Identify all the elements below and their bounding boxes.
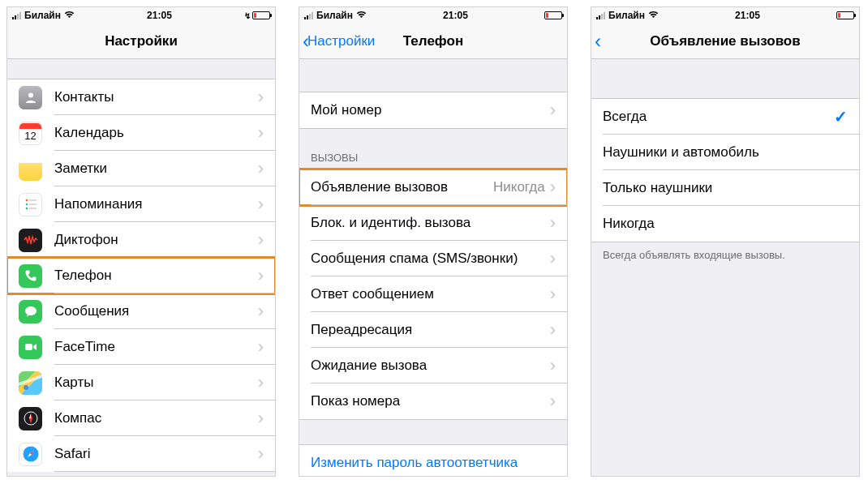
wifi-icon xyxy=(648,11,659,20)
carrier-label: Билайн xyxy=(316,10,353,21)
row-spam-sms[interactable]: Сообщения спама (SMS/звонки) › xyxy=(299,241,567,276)
charging-icon: ↯ xyxy=(244,11,251,20)
safari-icon xyxy=(19,443,42,466)
svg-point-0 xyxy=(28,93,33,98)
settings-row-label: FaceTime xyxy=(54,339,258,355)
row-label: Изменить пароль автоответчика xyxy=(311,455,556,471)
chevron-right-icon: › xyxy=(550,250,556,268)
chevron-right-icon: › xyxy=(258,302,264,320)
settings-row-calendar[interactable]: 12 Календарь › xyxy=(7,115,275,151)
status-bar: Билайн 21:05 xyxy=(591,7,859,24)
settings-row-messages[interactable]: Сообщения › xyxy=(7,293,275,329)
settings-row-label: Телефон xyxy=(54,268,258,284)
page-title: Телефон xyxy=(403,33,463,49)
row-label: Ожидание вызова xyxy=(311,358,550,374)
chevron-right-icon: › xyxy=(258,409,264,427)
section-header-calls: ВЫЗОВЫ xyxy=(299,147,567,169)
settings-row-maps[interactable]: Карты › xyxy=(7,365,275,400)
chevron-right-icon: › xyxy=(550,178,556,196)
row-label: Блок. и идентиф. вызова xyxy=(311,215,550,231)
chevron-right-icon: › xyxy=(550,285,556,303)
chevron-right-icon: › xyxy=(550,101,556,119)
battery-icon xyxy=(544,11,562,19)
clock-label: 21:05 xyxy=(735,10,760,21)
phone-icon xyxy=(19,264,42,288)
settings-row-label: Контакты xyxy=(54,89,258,105)
maps-icon xyxy=(19,371,42,395)
chevron-right-icon: › xyxy=(258,195,264,213)
svg-point-3 xyxy=(25,203,28,206)
chevron-right-icon: › xyxy=(258,231,264,249)
settings-row-voice-memos[interactable]: Диктофон › xyxy=(7,222,275,258)
settings-list: Контакты › 12 Календарь › Заметки › Н xyxy=(7,59,275,476)
svg-point-1 xyxy=(25,199,28,202)
row-my-number[interactable]: Мой номер › xyxy=(299,92,567,128)
page-title: Объявление вызовов xyxy=(650,33,800,49)
svg-rect-4 xyxy=(29,203,37,204)
settings-row-label: Сообщения xyxy=(54,303,258,319)
settings-row-facetime[interactable]: FaceTime › xyxy=(7,329,275,365)
section-footer: Всегда объявлять входящие вызовы. xyxy=(591,242,859,268)
chevron-right-icon: › xyxy=(550,214,556,232)
row-label: Мой номер xyxy=(311,102,550,118)
signal-icon xyxy=(12,12,21,19)
row-call-blocking[interactable]: Блок. и идентиф. вызова › xyxy=(299,205,567,241)
compass-icon xyxy=(19,407,42,430)
back-button[interactable]: ‹ Настройки xyxy=(303,24,375,58)
facetime-icon xyxy=(19,336,42,359)
page-title: Настройки xyxy=(105,33,178,49)
settings-row-label: Safari xyxy=(54,446,258,462)
signal-icon xyxy=(596,12,605,19)
settings-row-compass[interactable]: Компас › xyxy=(7,400,275,436)
option-label: Всегда xyxy=(603,109,834,125)
row-label: Ответ сообщением xyxy=(311,286,550,302)
announce-options-list: Всегда ✓ Наушники и автомобиль Только на… xyxy=(591,59,859,476)
carrier-label: Билайн xyxy=(608,10,645,21)
row-respond-with-text[interactable]: Ответ сообщением › xyxy=(299,276,567,312)
back-button[interactable]: ‹ xyxy=(595,24,599,58)
carrier-label: Билайн xyxy=(24,10,61,21)
settings-row-label: Диктофон xyxy=(54,232,258,248)
screen-announce-calls: Билайн 21:05 ‹ Объявление вызовов Всегда… xyxy=(591,6,860,477)
checkmark-icon: ✓ xyxy=(834,107,848,126)
settings-row-safari[interactable]: Safari › xyxy=(7,436,275,472)
chevron-right-icon: › xyxy=(550,321,556,339)
status-bar: Билайн 21:05 xyxy=(299,7,567,24)
row-detail: Никогда xyxy=(493,179,545,195)
chevron-right-icon: › xyxy=(258,374,264,392)
svg-rect-7 xyxy=(25,344,32,350)
row-label: Сообщения спама (SMS/звонки) xyxy=(311,251,550,267)
option-never[interactable]: Никогда xyxy=(591,206,859,242)
settings-row-reminders[interactable]: Напоминания › xyxy=(7,186,275,222)
chevron-right-icon: › xyxy=(550,392,556,410)
chevron-right-icon: › xyxy=(258,445,264,463)
status-bar: Билайн 21:05 ↯ xyxy=(7,7,275,24)
calendar-icon: 12 xyxy=(19,122,42,145)
row-show-caller-id[interactable]: Показ номера › xyxy=(299,383,567,419)
reminders-icon xyxy=(19,193,42,216)
row-change-voicemail-password[interactable]: Изменить пароль автоответчика xyxy=(299,445,567,476)
settings-row-contacts[interactable]: Контакты › xyxy=(7,79,275,115)
row-label: Переадресация xyxy=(311,322,550,338)
chevron-right-icon: › xyxy=(258,338,264,356)
chevron-right-icon: › xyxy=(258,88,264,106)
row-announce-calls[interactable]: Объявление вызовов Никогда › xyxy=(299,169,567,205)
option-headphones-car[interactable]: Наушники и автомобиль xyxy=(591,135,859,170)
phone-settings-list: Мой номер › ВЫЗОВЫ Объявление вызовов Ни… xyxy=(299,59,567,476)
row-call-waiting[interactable]: Ожидание вызова › xyxy=(299,348,567,383)
option-label: Никогда xyxy=(603,216,848,232)
notes-icon xyxy=(19,157,42,181)
contacts-icon xyxy=(19,86,42,109)
screen-settings: Билайн 21:05 ↯ Настройки Контакты › xyxy=(6,6,276,477)
row-call-forwarding[interactable]: Переадресация › xyxy=(299,312,567,348)
back-label: Настройки xyxy=(307,33,375,49)
chevron-right-icon: › xyxy=(258,124,264,142)
settings-row-phone[interactable]: Телефон › xyxy=(7,258,275,293)
option-always[interactable]: Всегда ✓ xyxy=(591,99,859,135)
svg-point-5 xyxy=(25,208,28,210)
battery-icon xyxy=(252,11,270,19)
option-headphones-only[interactable]: Только наушники xyxy=(591,170,859,206)
settings-row-notes[interactable]: Заметки › xyxy=(7,151,275,186)
option-label: Наушники и автомобиль xyxy=(603,144,848,161)
screen-phone-settings: Билайн 21:05 ‹ Настройки Телефон Мой ном… xyxy=(299,6,568,477)
